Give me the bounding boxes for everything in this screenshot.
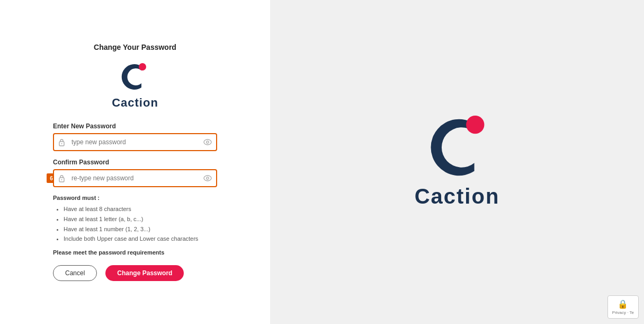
- change-password-button[interactable]: Change Password: [105, 265, 184, 281]
- new-password-input[interactable]: [69, 134, 199, 150]
- password-warning: Please meet the password requirements: [53, 249, 217, 256]
- new-password-label: Enter New Password: [53, 122, 217, 130]
- rule-4: Include both Upper case and Lower case c…: [64, 234, 217, 244]
- svg-point-7: [204, 176, 211, 181]
- recaptcha-icon: 🔒: [618, 299, 628, 309]
- caction-big-logo-icon: [420, 116, 494, 179]
- svg-point-4: [207, 141, 209, 143]
- eye-icon-confirm[interactable]: [199, 175, 216, 181]
- confirm-password-input[interactable]: [69, 170, 199, 186]
- new-password-field-group: Enter New Password: [53, 122, 217, 151]
- lock-icon-confirm: [54, 174, 69, 182]
- password-rules-list: Have at least 8 characters Have at least…: [53, 204, 217, 244]
- password-must-label: Password must :: [53, 195, 217, 201]
- cancel-button[interactable]: Cancel: [53, 265, 97, 281]
- svg-point-0: [139, 63, 146, 71]
- confirm-password-relative-wrapper: 6: [53, 169, 217, 187]
- svg-point-6: [61, 179, 62, 180]
- caction-logo-text: Caction: [112, 96, 158, 110]
- svg-point-3: [204, 139, 211, 145]
- lock-icon-new: [54, 138, 69, 146]
- form-container: Change Your Password Caction Enter New P…: [53, 43, 217, 281]
- right-panel: Caction 🔒 Privacy · Te: [270, 0, 644, 324]
- page-title: Change Your Password: [53, 43, 217, 51]
- svg-point-8: [207, 177, 209, 179]
- confirm-password-label: Confirm Password: [53, 159, 217, 166]
- rule-1: Have at least 8 characters: [64, 204, 217, 214]
- caction-logo-icon: [118, 60, 152, 94]
- recaptcha-badge: 🔒 Privacy · Te: [607, 295, 639, 319]
- confirm-password-field-group: Confirm Password 6: [53, 159, 217, 187]
- confirm-password-input-wrapper: [53, 169, 217, 187]
- rule-2: Have at least 1 letter (a, b, c...): [64, 214, 217, 224]
- logo-area: Caction: [53, 60, 217, 110]
- left-panel: Change Your Password Caction Enter New P…: [0, 0, 270, 324]
- buttons-row: Cancel Change Password: [53, 265, 217, 281]
- new-password-input-wrapper: [53, 133, 217, 151]
- recaptcha-text: Privacy · Te: [612, 310, 634, 315]
- svg-point-9: [466, 116, 484, 134]
- eye-icon-new[interactable]: [199, 139, 216, 145]
- svg-point-2: [61, 143, 62, 144]
- rule-3: Have at least 1 number (1, 2, 3...): [64, 224, 217, 234]
- caction-big-logo-text: Caction: [415, 185, 500, 208]
